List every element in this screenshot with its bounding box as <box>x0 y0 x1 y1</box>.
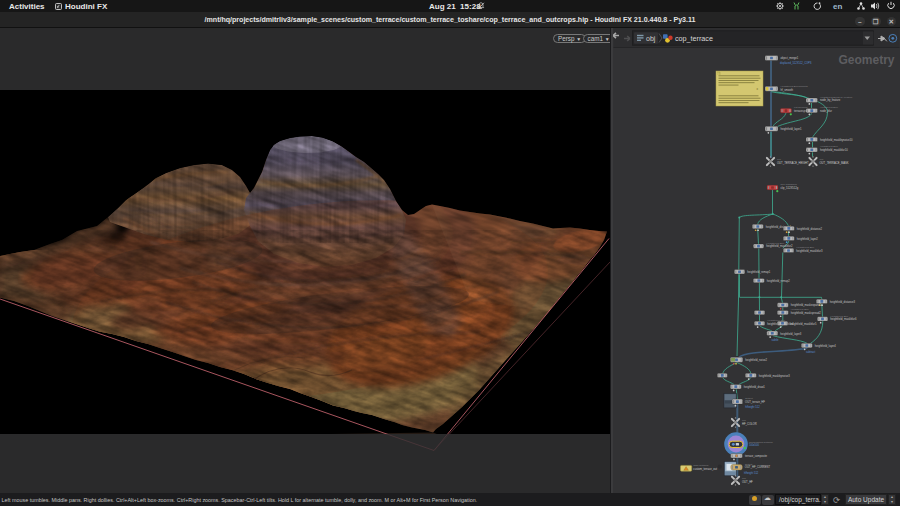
svg-text:null: null <box>742 419 746 422</box>
svg-text:heightfield_maskblur5: heightfield_maskblur5 <box>790 322 817 326</box>
svg-text:subtle: subtle <box>772 338 779 342</box>
svg-text:heightfield_maskexpand1: heightfield_maskexpand1 <box>791 303 822 307</box>
svg-text:heightfield_maskbynoise10: heightfield_maskbynoise10 <box>820 138 853 142</box>
svg-text:heightfield_noise2: heightfield_noise2 <box>745 358 767 362</box>
svg-text:object_merge1: object_merge1 <box>781 56 799 60</box>
svg-text:clip_512X512g: clip_512X512g <box>781 186 799 190</box>
svg-text:heightfield_maskspread2: heightfield_maskspread2 <box>791 311 821 315</box>
svg-text:heightfield_distance3: heightfield_distance3 <box>830 300 856 304</box>
svg-text:Null Transform: Null Transform <box>781 183 797 186</box>
svg-text:displaced_512X512_COPS: displaced_512X512_COPS <box>780 61 812 65</box>
svg-text:HeightField Blur: HeightField Blur <box>830 315 848 318</box>
svg-text:heightfield_layer2: heightfield_layer2 <box>797 237 819 241</box>
svg-text:terrace_composite: terrace_composite <box>745 454 768 458</box>
svg-text:heightfield_remap2: heightfield_remap2 <box>767 279 790 283</box>
svg-text:hfheight 512: hfheight 512 <box>744 471 759 475</box>
svg-text:heightfield_maskblur2: heightfield_maskblur2 <box>766 244 793 248</box>
svg-text:heightfield_distance2: heightfield_distance2 <box>797 227 823 231</box>
svg-text:OUT_terrain_HF: OUT_terrain_HF <box>745 400 765 404</box>
svg-text:OUT_HF: OUT_HF <box>742 480 753 484</box>
svg-text:obj: obj <box>646 35 656 43</box>
svg-text:heightfield_maskblur6: heightfield_maskblur6 <box>830 317 857 321</box>
svg-text:subtract: subtract <box>806 350 816 354</box>
svg-text:node_by_feature: node_by_feature <box>820 98 841 102</box>
svg-text:cop_terrace: cop_terrace <box>675 34 713 43</box>
svg-text:hf_smooth: hf_smooth <box>781 88 794 92</box>
svg-text:heightfield_layer1: heightfield_layer1 <box>781 127 803 131</box>
svg-text:Geometry: Geometry <box>838 53 894 67</box>
svg-text:heightfield_maskblur3: heightfield_maskblur3 <box>796 249 823 253</box>
svg-text:null: null <box>820 158 824 161</box>
svg-text:HeightField Blur: HeightField Blur <box>766 242 784 245</box>
svg-text:HF_COLOR: HF_COLOR <box>742 422 757 426</box>
svg-text:HeightField Blur: HeightField Blur <box>820 106 838 109</box>
svg-text:500x500: 500x500 <box>749 443 760 447</box>
svg-text:HeightField Blur: HeightField Blur <box>796 246 814 249</box>
svg-text:heightfield_maskbynoise3: heightfield_maskbynoise3 <box>759 374 790 378</box>
svg-text:heightfield_maskblur10: heightfield_maskblur10 <box>820 148 848 152</box>
svg-text:Compositing Network: Compositing Network <box>749 441 774 444</box>
svg-text:OUT_HF_CURRENT: OUT_HF_CURRENT <box>745 465 771 469</box>
svg-text:heightfield_remap1: heightfield_remap1 <box>747 270 770 274</box>
svg-text:custom_terrace_out: custom_terrace_out <box>693 467 717 471</box>
svg-text:hfheight 512: hfheight 512 <box>745 405 760 409</box>
svg-text:HeightField Blur: HeightField Blur <box>820 145 838 148</box>
svg-text:HeightField Blur: HeightField Blur <box>791 308 809 311</box>
svg-text:HeightField Blend by Feature: HeightField Blend by Feature <box>820 96 853 99</box>
svg-text:OUT_TERRACE_HEIGHT: OUT_TERRACE_HEIGHT <box>777 161 809 165</box>
svg-text:node_blur: node_blur <box>820 109 832 113</box>
svg-text:Output: Output <box>745 397 753 400</box>
svg-text:null: null <box>777 158 781 161</box>
svg-text:heightfield_layer3: heightfield_layer3 <box>780 332 802 336</box>
svg-text:null: null <box>742 477 746 480</box>
svg-text:OUT_TERRACE_MASK: OUT_TERRACE_MASK <box>820 161 849 165</box>
svg-text:heightfield_draw1: heightfield_draw1 <box>744 385 766 389</box>
svg-text:en: en <box>833 2 842 11</box>
svg-text:heightfield_layer4: heightfield_layer4 <box>815 344 837 348</box>
svg-text:Output: Output <box>745 463 753 466</box>
